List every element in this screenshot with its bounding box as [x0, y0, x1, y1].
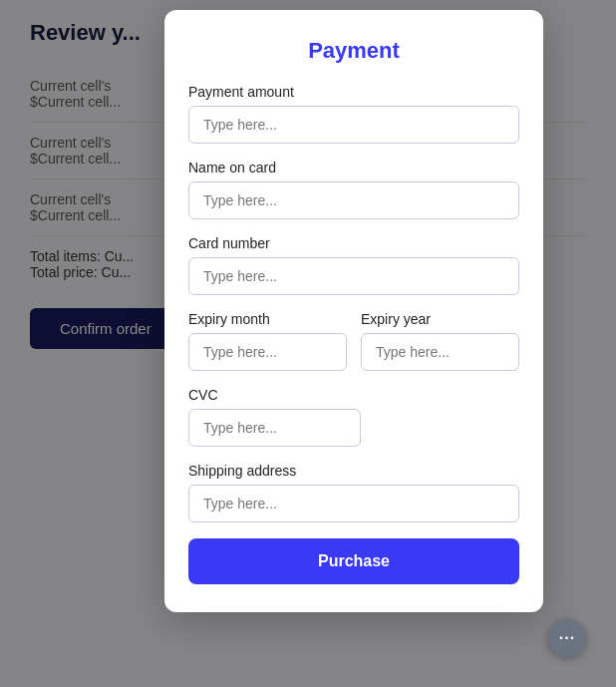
payment-amount-group: Payment amount [188, 84, 519, 144]
expiry-month-label: Expiry month [188, 311, 347, 327]
card-number-label: Card number [188, 235, 519, 251]
cvc-label: CVC [188, 387, 519, 403]
name-on-card-label: Name on card [188, 160, 519, 175]
payment-amount-input[interactable] [188, 106, 519, 144]
payment-amount-label: Payment amount [188, 84, 519, 100]
expiry-year-group: Expiry year [361, 311, 519, 371]
card-number-input[interactable] [188, 257, 519, 295]
payment-modal: Payment Payment amount Name on card Card… [164, 10, 543, 612]
cvc-group: CVC [188, 387, 519, 447]
expiry-year-input[interactable] [361, 333, 519, 371]
floating-action-button[interactable]: ··· [548, 619, 586, 657]
name-on-card-group: Name on card [188, 160, 519, 219]
expiry-row: Expiry month Expiry year [188, 311, 519, 371]
name-on-card-input[interactable] [188, 181, 519, 219]
shipping-address-input[interactable] [188, 485, 519, 522]
expiry-month-group: Expiry month [188, 311, 347, 371]
modal-title: Payment [188, 38, 519, 64]
fab-icon: ··· [559, 629, 575, 647]
cvc-input[interactable] [188, 409, 361, 447]
shipping-address-group: Shipping address [188, 463, 519, 522]
expiry-month-input[interactable] [188, 333, 347, 371]
purchase-button[interactable]: Purchase [188, 538, 519, 584]
expiry-year-label: Expiry year [361, 311, 519, 327]
shipping-address-label: Shipping address [188, 463, 519, 479]
card-number-group: Card number [188, 235, 519, 295]
